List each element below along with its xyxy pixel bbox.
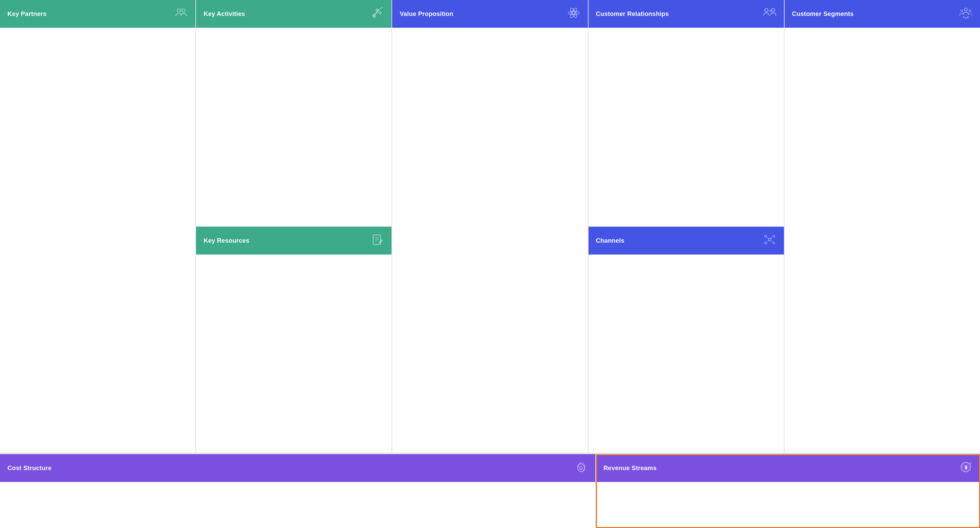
activities-icon: [371, 6, 384, 22]
key-activities-title: Key Activities: [204, 10, 245, 17]
svg-point-17: [768, 238, 771, 241]
segments-icon: [959, 6, 972, 22]
svg-point-29: [963, 17, 964, 18]
svg-line-22: [767, 237, 769, 239]
value-icon: [567, 6, 581, 22]
value-proposition-title: Value Proposition: [399, 10, 453, 17]
top-section: Key Partners Key Ac: [0, 0, 980, 453]
revenue-icon: $: [959, 460, 972, 476]
svg-line-4: [380, 8, 383, 9]
customer-segments-title: Customer Segments: [792, 10, 854, 17]
key-partners-header[interactable]: Key Partners: [0, 0, 196, 28]
svg-point-27: [961, 10, 963, 12]
revenue-streams-column: Revenue Streams $: [596, 454, 980, 528]
cost-structure-title: Cost Structure: [8, 465, 51, 472]
channels-icon: [763, 233, 776, 249]
key-resources-title: Key Resources: [204, 237, 249, 244]
resources-icon: [371, 233, 384, 249]
key-resources-section: Key Resources: [196, 227, 391, 453]
value-proposition-column: Value Proposition: [392, 0, 588, 453]
channels-header[interactable]: Channels: [589, 227, 784, 255]
key-activities-header[interactable]: Key Activities: [196, 0, 391, 28]
svg-point-0: [177, 9, 180, 12]
key-partners-column: Key Partners: [0, 0, 196, 453]
svg-point-10: [572, 11, 575, 14]
svg-point-14: [765, 8, 768, 12]
svg-rect-5: [373, 235, 380, 244]
key-activities-body[interactable]: [196, 28, 391, 226]
svg-line-3: [373, 10, 379, 17]
svg-point-21: [773, 242, 775, 244]
svg-point-26: [964, 8, 967, 11]
channels-body[interactable]: [589, 255, 784, 453]
cost-structure-header[interactable]: Cost Structure: [0, 454, 595, 482]
svg-point-15: [772, 8, 775, 12]
svg-point-30: [965, 17, 966, 19]
revenue-streams-title: Revenue Streams: [603, 465, 657, 472]
svg-point-28: [969, 10, 971, 12]
value-proposition-body[interactable]: [392, 28, 587, 453]
svg-point-33: [578, 462, 586, 471]
channels-section: Channels: [589, 227, 784, 453]
key-partners-body[interactable]: [0, 28, 196, 453]
svg-line-24: [767, 241, 769, 243]
cost-structure-body[interactable]: [0, 482, 595, 528]
svg-line-25: [771, 241, 773, 243]
key-partners-title: Key Partners: [8, 10, 47, 17]
svg-point-1: [182, 9, 185, 12]
key-activities-section: Key Activities: [196, 0, 391, 227]
revenue-streams-body[interactable]: [596, 482, 980, 528]
customer-segments-body[interactable]: [784, 28, 980, 453]
customer-relationships-header[interactable]: Customer Relationships: [589, 0, 784, 28]
svg-text:$: $: [965, 465, 967, 470]
cost-icon: [574, 460, 588, 476]
bottom-section: Cost Structure Revenue Streams: [0, 453, 980, 528]
svg-line-23: [771, 237, 773, 239]
svg-point-19: [773, 235, 775, 237]
svg-line-9: [379, 242, 380, 244]
key-resources-header[interactable]: Key Resources: [196, 227, 391, 255]
svg-point-18: [765, 235, 767, 237]
customer-segments-column: Customer Segments: [784, 0, 980, 453]
svg-point-31: [967, 17, 969, 18]
customer-relationships-section: Customer Relationships: [589, 0, 784, 227]
customer-relationships-body[interactable]: [589, 28, 784, 226]
relationships-icon: [763, 6, 776, 22]
key-resources-body[interactable]: [196, 255, 391, 453]
customer-segments-header[interactable]: Customer Segments: [784, 0, 980, 28]
cr-channels-column: Customer Relationships: [589, 0, 784, 453]
svg-point-20: [765, 242, 767, 244]
customer-relationships-title: Customer Relationships: [596, 10, 669, 17]
business-model-canvas: Key Partners Key Ac: [0, 0, 980, 528]
cost-structure-column: Cost Structure: [0, 454, 596, 528]
partners-icon: [174, 6, 188, 22]
revenue-streams-header[interactable]: Revenue Streams $: [596, 454, 980, 482]
value-proposition-header[interactable]: Value Proposition: [392, 0, 587, 28]
activities-resources-column: Key Activities Key: [196, 0, 392, 453]
channels-title: Channels: [596, 237, 624, 244]
